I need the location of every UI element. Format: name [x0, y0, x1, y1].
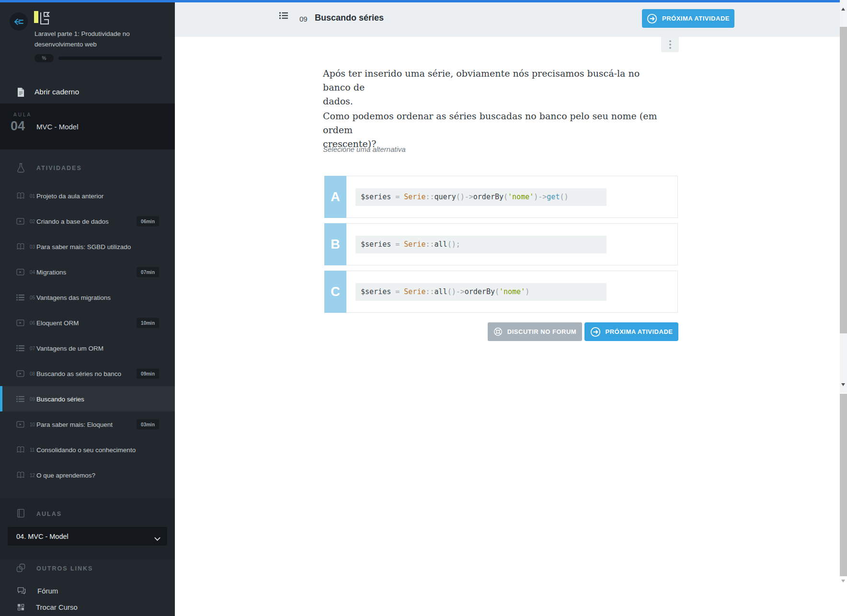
activity-number: 07 [30, 345, 35, 351]
activities-header: ATIVIDADES [0, 165, 175, 174]
sidebar-activity-06[interactable]: 06Eloquent ORM10min [0, 310, 175, 335]
open-notebook-label: Abrir caderno [34, 88, 79, 96]
activity-label: Para saber mais: Eloquent [36, 421, 113, 428]
progress-bar [58, 57, 162, 60]
link-icon [16, 563, 25, 574]
lessons-header-label: AULAS [36, 511, 62, 517]
activity-duration-badge: 10min [137, 318, 159, 328]
alternative-body: $series = Serie::query()->orderBy('nome'… [346, 176, 678, 218]
activity-label: Para saber mais: SGBD utilizado [36, 243, 131, 250]
scrollbar-thumb[interactable] [840, 27, 847, 333]
lesson-select-value: 04. MVC - Model [16, 533, 69, 540]
sidebar-activity-01[interactable]: 01Projeto da aula anterior [0, 183, 175, 208]
activity-duration-badge: 07min [137, 267, 159, 277]
sidebar-link-trocar-curso[interactable]: Trocar Curso [0, 599, 175, 615]
list-icon [279, 12, 288, 21]
other-links-header-label: OUTROS LINKS [36, 565, 93, 572]
video-icon [16, 421, 24, 428]
activity-label: Eloquent ORM [36, 319, 79, 326]
question-content: Após ter inserido uma série, obviamente … [175, 37, 840, 616]
activity-label: Projeto da aula anterior [36, 192, 103, 199]
activity-number: 01 [30, 193, 35, 198]
next-activity-button-bottom[interactable]: PRÓXIMA ATIVIDADE [584, 322, 678, 341]
circle-arrow-icon [647, 13, 657, 24]
sidebar-activity-10[interactable]: 10Para saber mais: Eloquent03min [0, 411, 175, 437]
chat-icon [17, 587, 26, 594]
footer-actions: DISCUTIR NO FORUM PRÓXIMA ATIVIDADE [488, 322, 678, 341]
activity-title: Buscando séries [315, 13, 384, 23]
sidebar-activity-03[interactable]: 03Para saber mais: SGBD utilizado [0, 234, 175, 259]
circle-arrow-icon [590, 327, 601, 337]
activity-label: Criando a base de dados [36, 217, 109, 225]
scroll-down-arrow-lower[interactable] [841, 580, 845, 582]
alternative-letter: C [324, 271, 346, 313]
activity-number: 04 [30, 269, 35, 274]
discuss-forum-label: DISCUTIR NO FORUM [507, 328, 576, 335]
open-notebook-button[interactable]: Abrir caderno [0, 80, 175, 103]
activity-duration-badge: 06min [137, 216, 159, 226]
document-icon [17, 88, 24, 97]
activity-number: 11 [30, 447, 34, 452]
lessons-header: AULAS [0, 511, 175, 520]
alternative-C[interactable]: C$series = Serie::all()->orderBy('nome') [324, 271, 678, 313]
scroll-down-arrow[interactable] [841, 383, 845, 386]
activity-number: 09 [30, 396, 35, 401]
next-activity-label: PRÓXIMA ATIVIDADE [606, 328, 673, 335]
back-arrow-icon [14, 18, 24, 25]
sidebar-activity-04[interactable]: 04Migrations07min [0, 259, 175, 285]
sidebar-link-fórum[interactable]: Fórum [0, 582, 175, 599]
next-activity-button-top[interactable]: PRÓXIMA ATIVIDADE [642, 9, 734, 28]
activity-label: Buscando séries [36, 395, 84, 402]
alternative-letter: A [324, 176, 346, 218]
lesson-number: 04 [11, 119, 25, 134]
activity-number: 02 [30, 218, 35, 224]
main-panel: 09 Buscando séries PRÓXIMA ATIVIDADE Apó… [175, 2, 840, 616]
alternative-body: $series = Serie::all()->orderBy('nome') [346, 271, 678, 313]
activity-number: 08 [30, 371, 35, 376]
next-activity-label: PRÓXIMA ATIVIDADE [662, 15, 730, 22]
lesson-kicker: AULA [13, 112, 32, 117]
activity-number: 09 [299, 15, 308, 23]
list-icon [16, 294, 24, 300]
sidebar-activity-09[interactable]: 09Buscando séries [0, 386, 175, 411]
activity-label: O que aprendemos? [36, 471, 95, 479]
sidebar-activity-02[interactable]: 02Criando a base de dados06min [0, 208, 175, 234]
activity-header: 09 Buscando séries PRÓXIMA ATIVIDADE [175, 2, 840, 37]
sidebar-activity-11[interactable]: 11Consolidando o seu conhecimento [0, 437, 175, 462]
progress-percent-badge: % [34, 54, 54, 62]
book-icon [16, 446, 25, 454]
alternatives-list: A$series = Serie::query()->orderBy('nome… [324, 176, 678, 313]
video-icon [16, 319, 24, 326]
activity-number: 12 [30, 472, 35, 478]
lifebuoy-icon [493, 327, 503, 336]
book-icon [16, 471, 25, 479]
activity-number: 10 [30, 422, 35, 427]
activity-duration-badge: 09min [137, 368, 159, 378]
alternative-B[interactable]: B$series = Serie::all(); [324, 223, 678, 265]
sidebar-activity-07[interactable]: 07Vantagens de um ORM [0, 335, 175, 361]
list-icon [16, 345, 24, 351]
sidebar-activity-05[interactable]: 05Vantagens das migrations [0, 285, 175, 310]
activity-label: Consolidando o seu conhecimento [36, 446, 136, 453]
alternative-body: $series = Serie::all(); [346, 223, 678, 265]
book-icon [16, 243, 25, 251]
activity-number: 06 [30, 320, 35, 325]
question-paragraph: Como podemos ordenar as séries buscadas … [323, 109, 668, 151]
scrollbar-track-lower[interactable] [840, 393, 847, 616]
collapse-sidebar-button[interactable] [10, 12, 28, 31]
scrollbar-track[interactable] [840, 0, 847, 393]
flask-icon [16, 163, 25, 175]
alternative-code: $series = Serie::all()->orderBy('nome') [355, 283, 607, 301]
sidebar-activity-12[interactable]: 12O que aprendemos? [0, 462, 175, 488]
scroll-up-arrow[interactable] [841, 8, 845, 11]
alternative-A[interactable]: A$series = Serie::query()->orderBy('nome… [324, 176, 678, 218]
discuss-forum-button[interactable]: DISCUTIR NO FORUM [488, 322, 582, 341]
lesson-select[interactable]: 04. MVC - Model [8, 527, 167, 546]
lesson-title: MVC - Model [36, 123, 79, 131]
sidebar-activity-08[interactable]: 08Buscando as séries no banco09min [0, 361, 175, 386]
alternative-code: $series = Serie::all(); [355, 236, 607, 253]
chevron-down-icon [154, 535, 160, 542]
list-icon [16, 396, 24, 402]
scrollbar-thumb-lower[interactable] [840, 394, 847, 576]
activity-number: 03 [30, 244, 35, 249]
